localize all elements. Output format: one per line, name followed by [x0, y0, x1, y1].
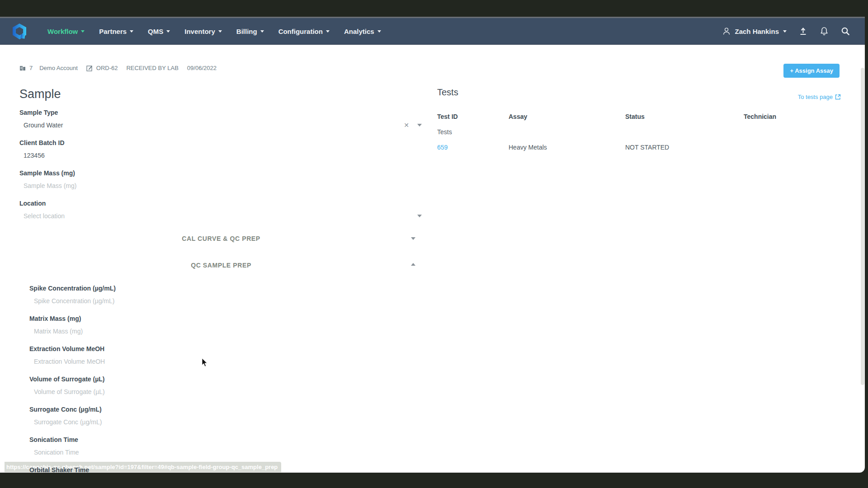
sample-type-value: Ground Water: [24, 122, 63, 129]
location-select[interactable]: Select location: [19, 212, 423, 220]
sample-mass-label: Sample Mass (mg): [19, 169, 423, 177]
orbital-shaker-time-field: Orbital Shaker Time: [29, 466, 423, 474]
extraction-volume-field: Extraction Volume MeOH: [29, 345, 423, 366]
main-navbar: Workflow Partners QMS Inventory Billing …: [0, 18, 865, 45]
matrix-mass-input[interactable]: [34, 328, 224, 335]
chevron-up-icon: [411, 263, 415, 266]
table-row: 659 Heavy Metals NOT STARTED: [437, 143, 841, 151]
section-qc-sample-prep[interactable]: QC SAMPLE PREP: [19, 261, 423, 269]
chevron-down-icon: [218, 30, 222, 33]
to-tests-page-label: To tests page: [798, 94, 833, 100]
client-batch-id-label: Client Batch ID: [19, 139, 423, 147]
nav-item-configuration[interactable]: Configuration: [271, 18, 337, 45]
section-label: CAL CURVE & QC PREP: [182, 235, 260, 242]
col-test-id: Test ID: [437, 113, 509, 121]
breadcrumb-count: 7: [29, 65, 33, 71]
breadcrumb-order-id[interactable]: ORD-62: [96, 65, 118, 71]
surrogate-conc-label: Surrogate Conc (µg/mL): [29, 405, 423, 413]
tests-table-header: Test ID Assay Status Technician: [437, 113, 841, 121]
volume-of-surrogate-field: Volume of Surrogate (µL): [29, 375, 423, 396]
sample-mass-input[interactable]: [24, 182, 213, 189]
chevron-down-icon[interactable]: [417, 124, 422, 127]
sample-title: Sample: [19, 87, 423, 101]
location-field: Location Select location: [19, 199, 423, 220]
col-assay: Assay: [509, 113, 625, 121]
col-status: Status: [625, 113, 744, 121]
nav-item-analytics[interactable]: Analytics: [337, 18, 388, 45]
nav-item-qms[interactable]: QMS: [141, 18, 177, 45]
section-label: QC SAMPLE PREP: [191, 262, 251, 269]
volume-of-surrogate-input[interactable]: [34, 388, 224, 395]
building-icon: [19, 65, 26, 71]
section-cal-curve-qc-prep[interactable]: CAL CURVE & QC PREP: [19, 235, 423, 243]
nav-item-billing[interactable]: Billing: [229, 18, 271, 45]
external-link-icon: [835, 94, 841, 100]
technician-cell: [744, 143, 841, 151]
breadcrumb-account[interactable]: Demo Account: [39, 65, 78, 71]
nav-item-label: QMS: [148, 28, 163, 35]
volume-of-surrogate-label: Volume of Surrogate (µL): [29, 375, 423, 383]
qbench-logo-icon[interactable]: [11, 23, 28, 40]
breadcrumb-status: RECEIVED BY LAB: [126, 65, 178, 71]
location-label: Location: [19, 199, 423, 207]
extraction-volume-input[interactable]: [34, 358, 224, 365]
sample-type-field: Sample Type Ground Water ✕: [19, 108, 423, 129]
to-tests-page-link[interactable]: To tests page: [798, 94, 841, 100]
sonication-time-input[interactable]: [34, 449, 224, 456]
chevron-down-icon: [166, 30, 170, 33]
chevron-down-icon: [260, 30, 264, 33]
client-batch-id-field: Client Batch ID: [19, 139, 423, 160]
surrogate-conc-field: Surrogate Conc (µg/mL): [29, 405, 423, 426]
extraction-volume-label: Extraction Volume MeOH: [29, 345, 423, 353]
spike-concentration-input[interactable]: [34, 297, 224, 305]
chevron-down-icon: [326, 30, 330, 33]
sample-mass-field: Sample Mass (mg): [19, 169, 423, 190]
sonication-time-label: Sonication Time: [29, 436, 423, 444]
sample-type-label: Sample Type: [19, 108, 423, 117]
chevron-down-icon: [377, 30, 381, 33]
chevron-down-icon[interactable]: [417, 215, 422, 217]
spike-concentration-field: Spike Concentration (µg/mL): [29, 284, 423, 305]
nav-item-label: Configuration: [278, 28, 323, 35]
matrix-mass-label: Matrix Mass (mg): [29, 314, 423, 323]
app-screen: Workflow Partners QMS Inventory Billing …: [0, 0, 868, 488]
breadcrumb-date: 09/06/2022: [187, 65, 217, 71]
user-icon: [722, 27, 731, 35]
nav-item-label: Workflow: [47, 28, 78, 35]
bottom-letterbox-bar: [0, 473, 868, 488]
tests-table: Test ID Assay Status Technician Tests 65…: [437, 113, 841, 151]
nav-item-partners[interactable]: Partners: [92, 18, 141, 45]
nav-item-workflow[interactable]: Workflow: [40, 18, 92, 45]
orbital-shaker-time-label: Orbital Shaker Time: [29, 466, 423, 474]
chevron-down-icon: [81, 30, 85, 33]
nav-item-label: Billing: [236, 28, 257, 35]
assign-assay-button[interactable]: + Assign Assay: [783, 64, 840, 78]
sample-section: Sample Sample Type Ground Water ✕ Client…: [19, 87, 423, 483]
nav-right-cluster: Zach Hankins: [722, 27, 850, 36]
mouse-cursor: [202, 358, 209, 367]
user-name: Zach Hankins: [735, 28, 779, 35]
status-cell: NOT STARTED: [625, 143, 744, 151]
clear-icon[interactable]: ✕: [404, 121, 409, 129]
edit-order-icon[interactable]: [86, 65, 93, 71]
upload-icon[interactable]: [799, 27, 807, 36]
user-menu[interactable]: Zach Hankins: [722, 27, 787, 35]
chevron-down-icon: [411, 237, 415, 240]
col-technician: Technician: [744, 113, 841, 121]
test-id-link[interactable]: 659: [437, 143, 509, 151]
nav-item-inventory[interactable]: Inventory: [177, 18, 229, 45]
sample-type-select[interactable]: Ground Water ✕: [19, 121, 423, 129]
location-placeholder: Select location: [24, 212, 65, 220]
search-icon[interactable]: [841, 27, 850, 36]
tests-group-label: Tests: [437, 128, 509, 136]
sample-detail-page: 7 Demo Account ORD-62 RECEIVED BY LAB 09…: [0, 45, 865, 473]
nav-menu: Workflow Partners QMS Inventory Billing …: [40, 18, 388, 45]
chevron-down-icon: [783, 30, 787, 33]
right-letterbox-bar: [865, 0, 868, 488]
surrogate-conc-input[interactable]: [34, 418, 224, 426]
tests-section: Tests To tests page Test ID Assay Status…: [437, 87, 841, 159]
sonication-time-field: Sonication Time: [29, 436, 423, 456]
client-batch-id-input[interactable]: [24, 152, 213, 159]
vertical-scrollbar[interactable]: [861, 68, 864, 385]
notifications-bell-icon[interactable]: [820, 27, 829, 36]
